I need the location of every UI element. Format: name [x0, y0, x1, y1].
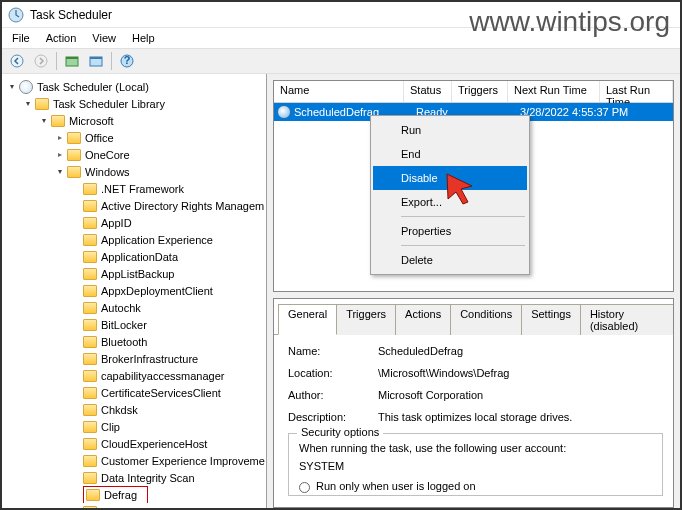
- selected-tree-item[interactable]: Defrag: [83, 486, 148, 503]
- tree-item[interactable]: Microsoft: [6, 112, 266, 129]
- tree-label: Task Scheduler (Local): [37, 79, 149, 95]
- location-label: Location:: [288, 367, 378, 379]
- expander[interactable]: [54, 166, 65, 177]
- radio-logged-on[interactable]: [299, 482, 310, 493]
- name-value: ScheduledDefrag: [378, 345, 463, 357]
- tree-item[interactable]: Task Scheduler (Local): [6, 78, 266, 95]
- tree-label: CloudExperienceHost: [101, 436, 207, 452]
- tree-pane[interactable]: Task Scheduler (Local)Task Scheduler Lib…: [2, 74, 267, 508]
- tree-label: AppListBackup: [101, 266, 174, 282]
- tree-label: Office: [85, 130, 114, 146]
- tree-item[interactable]: Task Scheduler Library: [6, 95, 266, 112]
- folder-icon: [83, 404, 97, 416]
- tree-label: Data Integrity Scan: [101, 470, 195, 486]
- tree-item[interactable]: Data Integrity Scan: [6, 469, 266, 486]
- folder-icon: [83, 370, 97, 382]
- tree-item[interactable]: CloudExperienceHost: [6, 435, 266, 452]
- tree-item[interactable]: capabilityaccessmanager: [6, 367, 266, 384]
- tree-label: Clip: [101, 419, 120, 435]
- tab-triggers[interactable]: Triggers: [336, 304, 396, 335]
- tab-history[interactable]: History (disabled): [580, 304, 674, 335]
- context-menu[interactable]: Run End Disable Export... Properties Del…: [370, 115, 530, 275]
- tree-item[interactable]: Autochk: [6, 299, 266, 316]
- col-last[interactable]: Last Run Time: [600, 81, 673, 102]
- ctx-properties[interactable]: Properties: [373, 219, 527, 243]
- tree-label: Device Information: [101, 504, 193, 509]
- toolbar-btn-2[interactable]: [85, 50, 107, 72]
- tree-item[interactable]: OneCore: [6, 146, 266, 163]
- tree-item[interactable]: Office: [6, 129, 266, 146]
- menu-help[interactable]: Help: [124, 30, 163, 46]
- folder-icon: [83, 506, 97, 509]
- folder-icon: [83, 319, 97, 331]
- tree-label: Task Scheduler Library: [53, 96, 165, 112]
- toolbar-btn-1[interactable]: [61, 50, 83, 72]
- security-user: SYSTEM: [299, 460, 652, 472]
- detail-pane: General Triggers Actions Conditions Sett…: [273, 298, 674, 508]
- tree-item[interactable]: ApplicationData: [6, 248, 266, 265]
- tab-conditions[interactable]: Conditions: [450, 304, 522, 335]
- folder-icon: [67, 132, 81, 144]
- tab-actions[interactable]: Actions: [395, 304, 451, 335]
- ctx-export[interactable]: Export...: [373, 190, 527, 214]
- tree-label: Windows: [85, 164, 130, 180]
- col-triggers[interactable]: Triggers: [452, 81, 508, 102]
- window-title: Task Scheduler: [30, 8, 112, 22]
- author-value: Microsoft Corporation: [378, 389, 483, 401]
- tree-item[interactable]: CertificateServicesClient: [6, 384, 266, 401]
- tree-item[interactable]: Active Directory Rights Managem: [6, 197, 266, 214]
- folder-icon: [51, 115, 65, 127]
- tree-item[interactable]: Bluetooth: [6, 333, 266, 350]
- menu-view[interactable]: View: [84, 30, 124, 46]
- tree-item[interactable]: AppxDeploymentClient: [6, 282, 266, 299]
- expander[interactable]: [54, 132, 65, 143]
- tree-item[interactable]: Chkdsk: [6, 401, 266, 418]
- tree-item[interactable]: Application Experience: [6, 231, 266, 248]
- tree-item[interactable]: AppID: [6, 214, 266, 231]
- tree-item[interactable]: Defrag: [6, 486, 266, 503]
- folder-icon: [86, 489, 100, 501]
- col-name[interactable]: Name: [274, 81, 404, 102]
- task-next: 3/28/2022 4:55:37 PM: [514, 105, 634, 119]
- help-button[interactable]: ?: [116, 50, 138, 72]
- forward-button[interactable]: [30, 50, 52, 72]
- col-next[interactable]: Next Run Time: [508, 81, 600, 102]
- tree-item[interactable]: .NET Framework: [6, 180, 266, 197]
- detail-tabs[interactable]: General Triggers Actions Conditions Sett…: [274, 303, 673, 335]
- ctx-disable[interactable]: Disable: [373, 166, 527, 190]
- watermark-text: www.wintips.org: [469, 6, 670, 38]
- tree-item[interactable]: AppListBackup: [6, 265, 266, 282]
- expander[interactable]: [6, 81, 17, 92]
- tree-item[interactable]: Customer Experience Improveme: [6, 452, 266, 469]
- menu-action[interactable]: Action: [38, 30, 85, 46]
- menu-file[interactable]: File: [4, 30, 38, 46]
- tree-label: CertificateServicesClient: [101, 385, 221, 401]
- expander[interactable]: [22, 98, 33, 109]
- tab-general[interactable]: General: [278, 304, 337, 335]
- name-label: Name:: [288, 345, 378, 357]
- location-value: \Microsoft\Windows\Defrag: [378, 367, 509, 379]
- task-triggers: [458, 111, 514, 113]
- col-status[interactable]: Status: [404, 81, 452, 102]
- tree-item[interactable]: BitLocker: [6, 316, 266, 333]
- ctx-end[interactable]: End: [373, 142, 527, 166]
- tab-settings[interactable]: Settings: [521, 304, 581, 335]
- ctx-delete[interactable]: Delete: [373, 248, 527, 272]
- radio-logged-on-label: Run only when user is logged on: [316, 480, 476, 492]
- folder-icon: [67, 149, 81, 161]
- folder-icon: [83, 472, 97, 484]
- tree-item[interactable]: BrokerInfrastructure: [6, 350, 266, 367]
- expander[interactable]: [54, 149, 65, 160]
- tree-label: Autochk: [101, 300, 141, 316]
- tree-label: Customer Experience Improveme: [101, 453, 265, 469]
- ctx-run[interactable]: Run: [373, 118, 527, 142]
- tree-item[interactable]: Windows: [6, 163, 266, 180]
- tree-item[interactable]: Device Information: [6, 503, 266, 508]
- tree-label: BitLocker: [101, 317, 147, 333]
- security-legend: Security options: [297, 426, 383, 438]
- expander[interactable]: [38, 115, 49, 126]
- svg-point-1: [11, 55, 23, 67]
- tree-item[interactable]: Clip: [6, 418, 266, 435]
- back-button[interactable]: [6, 50, 28, 72]
- tree-label: ApplicationData: [101, 249, 178, 265]
